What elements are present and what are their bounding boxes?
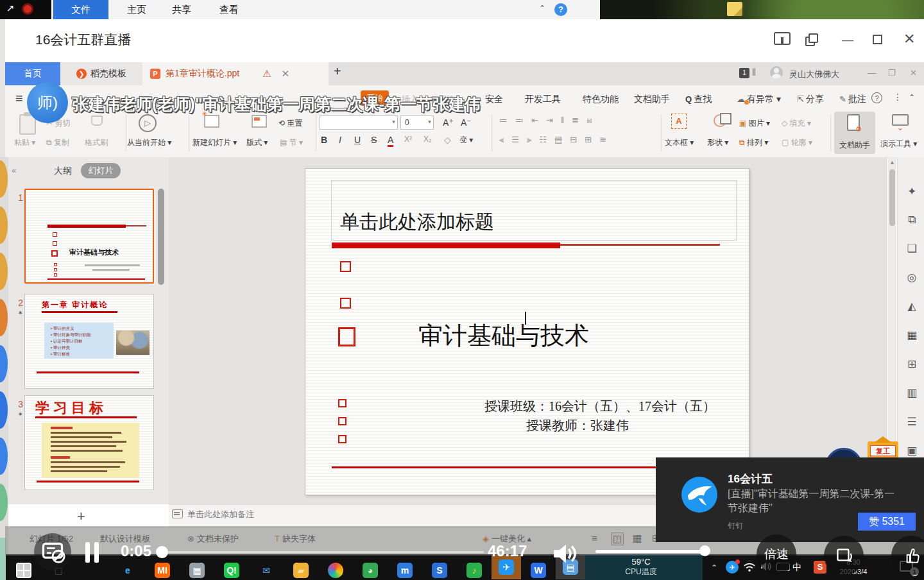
progress-handle[interactable] [156, 546, 168, 558]
play-from-current-button[interactable]: 从当前开始 ▾ [127, 137, 171, 148]
shapes-icon[interactable] [714, 114, 726, 127]
slide-thumbnail-1[interactable]: 审计基础与技术 [24, 189, 154, 284]
strikethrough-button[interactable]: S [371, 135, 377, 145]
ribbon-tab-security[interactable]: 安全 [485, 94, 503, 105]
arrange-button[interactable]: ⧉ 排列 ▾ [739, 137, 768, 148]
format-painter-button[interactable]: 格式刷 [85, 137, 108, 148]
doc-assistant-button[interactable]: 文档助手 [834, 112, 875, 154]
font-size-input[interactable]: 0 [400, 115, 434, 130]
mail-icon[interactable]: ✉ [259, 563, 274, 578]
minimize-button[interactable]: — [842, 33, 853, 47]
grow-text-icon[interactable]: ⊞ [585, 135, 592, 145]
superscript-button[interactable]: X² [404, 135, 412, 144]
distribute-icon[interactable]: ▤ [554, 135, 562, 145]
tab-home[interactable]: 首页 [5, 62, 60, 85]
wifi-icon[interactable] [743, 561, 756, 572]
more-para-icon[interactable]: ≋ [599, 135, 606, 145]
close-tab-icon[interactable]: ✕ [282, 68, 290, 80]
highlight-button[interactable]: ◇ [444, 135, 451, 145]
layout-grid-icon[interactable]: ⊞ [907, 357, 916, 371]
grow-font-button[interactable]: A⁺ [443, 117, 454, 128]
present-tools-icon[interactable] [892, 114, 909, 126]
new-tab-button[interactable]: + [334, 64, 341, 79]
outline-button[interactable]: ▢ 轮廓 ▾ [782, 137, 812, 148]
explorer-menu-home[interactable]: 主页 [127, 0, 146, 19]
sync-status-button[interactable]: ☁有异常 ▾ [737, 94, 781, 105]
layout-button[interactable]: 版式 ▾ [246, 137, 268, 148]
text-direction-icon[interactable]: ⫴ [561, 115, 564, 126]
fill-button[interactable]: ◇ 填充 ▾ [782, 118, 811, 129]
maxthon-icon[interactable]: m [397, 563, 413, 578]
align-right-icon[interactable]: ⫸ [527, 135, 531, 145]
account-avatar[interactable] [770, 66, 783, 79]
tray-expand-icon[interactable]: ⌃ [711, 563, 717, 572]
pin-window-icon[interactable] [774, 32, 791, 45]
menu-hamburger-icon[interactable]: ≡ [15, 91, 23, 106]
rotate-screen-button[interactable] [824, 536, 864, 576]
subscript-button[interactable]: X₂ [424, 135, 432, 144]
align-center-icon[interactable]: ☰ [511, 135, 519, 145]
music-icon[interactable]: ♪ [466, 563, 482, 578]
line-spacing-icon[interactable]: ≣ [572, 115, 579, 126]
volume-icon[interactable] [549, 539, 579, 568]
volume-handle[interactable] [699, 545, 710, 556]
indent-decrease-icon[interactable]: ⇤ [531, 115, 538, 126]
duplicate-window-icon[interactable] [809, 33, 818, 43]
numbering-icon[interactable]: ≕ [515, 115, 524, 126]
pause-button[interactable] [85, 542, 90, 563]
slide-thumbnail-2[interactable]: 第一章 审计概论 审计的含义审计对象与审计职能认定与审计目标审计种类审计标准 [24, 294, 154, 389]
xiaomi-icon[interactable]: MI [155, 563, 170, 578]
textbox-icon[interactable]: A [671, 114, 687, 129]
image-panel-icon[interactable]: ▣ [907, 444, 917, 457]
tab-list-icon[interactable]: ⫼ [752, 67, 756, 78]
shapes-panel-icon[interactable]: ❏ [907, 242, 916, 255]
explorer-help-icon[interactable]: ? [554, 3, 567, 16]
find-button[interactable]: Q查找 [685, 94, 712, 105]
explorer-menu-view[interactable]: 查看 [219, 0, 239, 19]
textbox-button[interactable]: 文本框 ▾ [665, 137, 694, 148]
help-icon[interactable]: ? [871, 92, 882, 103]
wps-icon[interactable]: W [531, 563, 546, 578]
sogou-ime-icon[interactable]: S [814, 561, 826, 574]
dingtalk-tray-icon[interactable]: ✈ [726, 561, 739, 574]
settings-sliders-icon[interactable]: ☰ [907, 415, 916, 429]
tab-slides[interactable]: 幻灯片 [81, 163, 121, 178]
panel-scrollbar[interactable] [158, 189, 164, 285]
medal-icon[interactable]: ◎ [907, 271, 917, 284]
table-panel-icon[interactable]: ▦ [907, 328, 917, 342]
browser-360-icon[interactable]: ◕ [363, 563, 378, 578]
font-color-button[interactable]: A [388, 135, 393, 147]
picture-button[interactable]: ▣ 图片 ▾ [739, 118, 770, 129]
dingtalk-icon[interactable]: ✈ [499, 559, 514, 575]
italic-button[interactable]: I [339, 135, 341, 145]
iqiyi-icon[interactable]: Q! [224, 563, 239, 578]
ms-store-icon[interactable]: ▦ [189, 563, 205, 578]
more-options-icon[interactable]: ⋮ [893, 92, 902, 102]
new-slide-icon[interactable] [204, 115, 219, 128]
danmaku-toggle-button[interactable] [34, 533, 71, 570]
chart-panel-icon[interactable]: ▥ [907, 386, 917, 400]
shrink-text-icon[interactable]: ⊟ [570, 135, 577, 145]
bold-button[interactable]: B [321, 135, 327, 145]
blank[interactable] [85, 563, 101, 578]
ribbon-tab-special[interactable]: 特色功能 [583, 94, 619, 105]
slide-thumbnail-3[interactable]: 学习目标 [24, 395, 154, 490]
smart-effects-icon[interactable]: ✦ [907, 185, 916, 198]
scroll-up-icon[interactable]: ▲ [889, 159, 895, 166]
dingtalk-notification[interactable]: 16会计五 [直播]"审计基础第一周第二次课-第一节张建伟" 钉钉 赞 5351 [656, 457, 924, 542]
explorer-menu-share[interactable]: 共享 [172, 0, 191, 19]
edge-icon[interactable]: e [120, 563, 135, 578]
pyramid-icon[interactable]: ◭ [907, 300, 916, 313]
ribbon-collapse-icon[interactable]: ⌃ [539, 4, 545, 13]
close-button[interactable]: ✕ [903, 31, 915, 47]
tab-outline[interactable]: 大纲 [54, 166, 72, 177]
slide-pages-icon[interactable]: ⧉ [908, 214, 916, 226]
underline-button[interactable]: U [354, 135, 361, 145]
scrollbar-thumb[interactable] [889, 169, 895, 226]
pause-button[interactable] [94, 542, 99, 563]
share-button[interactable]: ⇱分享 [797, 94, 824, 105]
collapse-panel-icon[interactable]: « [12, 166, 16, 175]
reset-button[interactable]: ⟲ 重置 [278, 118, 302, 129]
paste-button[interactable]: 粘贴 ▾ [14, 137, 35, 148]
format-painter-icon[interactable] [91, 115, 103, 126]
